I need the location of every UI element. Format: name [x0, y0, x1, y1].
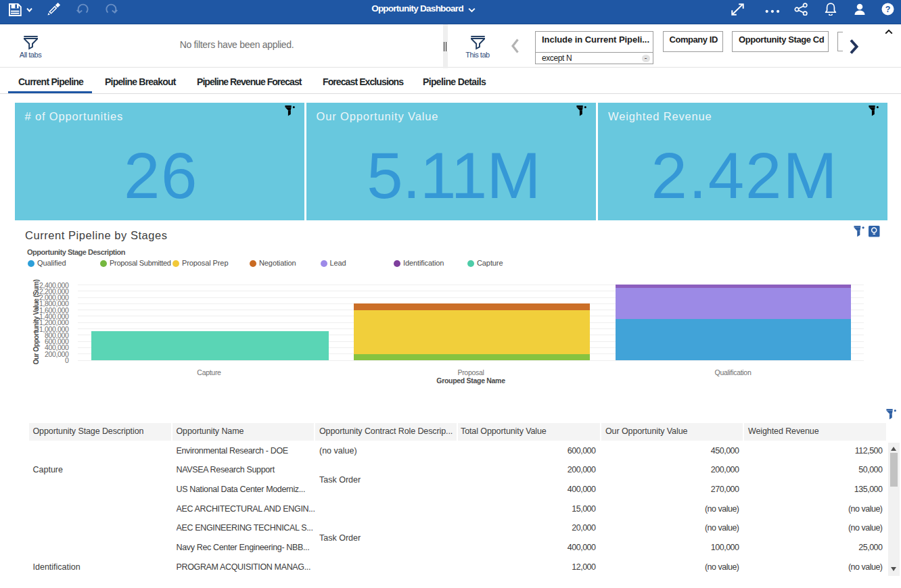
- svg-text:?: ?: [885, 5, 891, 14]
